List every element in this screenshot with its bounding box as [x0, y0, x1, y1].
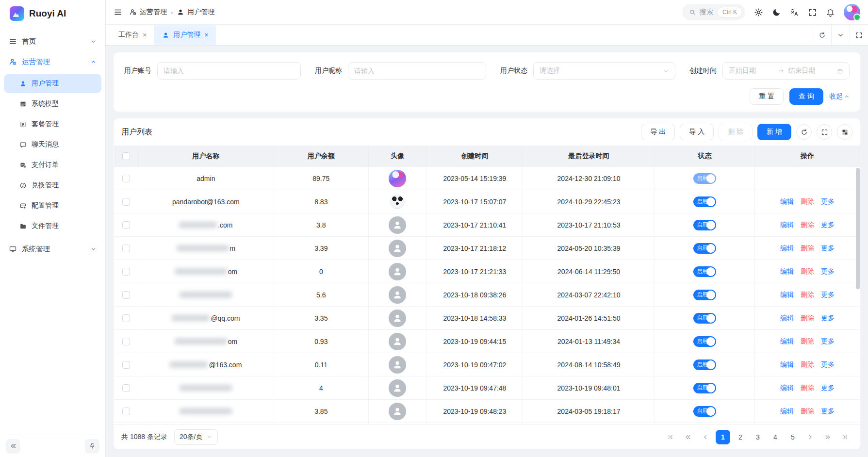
- table-refresh-button[interactable]: [796, 124, 812, 140]
- more-link[interactable]: 更多: [821, 360, 835, 369]
- status-toggle[interactable]: 启用: [693, 383, 716, 393]
- last-page-button[interactable]: [838, 430, 852, 444]
- fullscreen-button[interactable]: [808, 8, 817, 17]
- status-toggle[interactable]: 启用: [693, 406, 716, 417]
- more-link[interactable]: 更多: [821, 267, 835, 276]
- tab-menu-button[interactable]: [831, 25, 850, 45]
- sidebar-item-entry[interactable]: 配置管理: [4, 196, 101, 215]
- page-button-2[interactable]: 2: [733, 430, 748, 444]
- page-button-5[interactable]: 5: [786, 430, 800, 444]
- row-checkbox[interactable]: [122, 408, 130, 415]
- table-fullscreen-button[interactable]: [817, 124, 832, 140]
- column-settings-button[interactable]: [837, 124, 852, 140]
- delete-link[interactable]: 删除: [801, 407, 814, 416]
- table-scrollbar[interactable]: [856, 168, 860, 289]
- delete-link[interactable]: 删除: [801, 337, 814, 346]
- close-icon[interactable]: ×: [143, 31, 147, 39]
- delete-link[interactable]: 删除: [801, 244, 814, 253]
- row-checkbox[interactable]: [122, 221, 130, 229]
- status-toggle[interactable]: 启用: [693, 196, 716, 207]
- select-all-checkbox[interactable]: [122, 152, 130, 160]
- sidebar-item-entry[interactable]: 套餐管理: [4, 114, 101, 134]
- reset-button[interactable]: 重 置: [750, 88, 784, 105]
- sidebar-item-active[interactable]: 用户管理: [4, 74, 101, 93]
- status-toggle[interactable]: 启用: [693, 336, 716, 347]
- sidebar-item-entry[interactable]: 兑换管理: [4, 176, 101, 195]
- edit-link[interactable]: 编辑: [780, 291, 794, 299]
- row-checkbox[interactable]: [122, 245, 130, 252]
- sidebar-item-entry[interactable]: 聊天消息: [4, 135, 101, 154]
- jump-forward-button[interactable]: [820, 430, 835, 444]
- more-link[interactable]: 更多: [821, 244, 835, 253]
- status-toggle[interactable]: 启用: [693, 359, 716, 370]
- row-checkbox[interactable]: [122, 175, 130, 182]
- next-page-button[interactable]: [803, 430, 818, 444]
- edit-link[interactable]: 编辑: [780, 197, 794, 206]
- dark-mode-button[interactable]: [772, 8, 781, 17]
- edit-link[interactable]: 编辑: [780, 267, 794, 276]
- breadcrumb-item-operations[interactable]: 运营管理: [129, 8, 167, 16]
- delete-link[interactable]: 删除: [801, 221, 814, 229]
- sidebar-section[interactable]: 系统管理: [0, 239, 105, 259]
- row-checkbox[interactable]: [122, 268, 130, 276]
- status-toggle[interactable]: 启用: [693, 243, 716, 254]
- collapse-filters-link[interactable]: 收起: [829, 92, 850, 101]
- first-page-button[interactable]: [663, 430, 678, 444]
- global-search[interactable]: 搜索 Ctrl K: [682, 4, 745, 20]
- notifications-button[interactable]: [826, 8, 835, 17]
- more-link[interactable]: 更多: [821, 384, 835, 392]
- app-logo[interactable]: Ruoyi AI: [0, 0, 105, 27]
- row-checkbox[interactable]: [122, 198, 130, 206]
- delete-link[interactable]: 删除: [801, 291, 814, 299]
- more-link[interactable]: 更多: [821, 221, 835, 229]
- sidebar-section[interactable]: 运营管理: [0, 51, 105, 72]
- more-link[interactable]: 更多: [821, 407, 835, 416]
- export-button[interactable]: 导 出: [641, 124, 675, 140]
- more-link[interactable]: 更多: [821, 291, 835, 299]
- jump-back-button[interactable]: [681, 430, 695, 444]
- delete-link[interactable]: 删除: [801, 197, 814, 206]
- prev-page-button[interactable]: [698, 430, 713, 444]
- page-button-1[interactable]: 1: [716, 430, 730, 444]
- tab-refresh-button[interactable]: [813, 25, 831, 45]
- more-link[interactable]: 更多: [821, 337, 835, 346]
- content-fullscreen-button[interactable]: [850, 25, 868, 45]
- sidebar-item-entry[interactable]: 系统模型: [4, 94, 101, 114]
- date-range-picker[interactable]: 开始日期 结束日期: [722, 62, 850, 80]
- menu-toggle-button[interactable]: [114, 8, 122, 16]
- status-toggle[interactable]: 启用: [693, 220, 716, 230]
- sidebar-collapse-button[interactable]: [6, 439, 20, 454]
- tab-user-management[interactable]: 用户管理 ×: [154, 25, 216, 45]
- status-toggle[interactable]: 启用: [693, 173, 716, 184]
- close-icon[interactable]: ×: [204, 31, 208, 39]
- sidebar-item-entry[interactable]: 支付订单: [4, 155, 101, 175]
- row-checkbox[interactable]: [122, 338, 130, 345]
- more-link[interactable]: 更多: [821, 314, 835, 323]
- settings-button[interactable]: [754, 8, 763, 17]
- delete-link[interactable]: 删除: [801, 384, 814, 392]
- language-button[interactable]: [790, 8, 799, 17]
- user-status-select[interactable]: 请选择: [533, 62, 675, 80]
- status-toggle[interactable]: 启用: [693, 290, 716, 300]
- status-toggle[interactable]: 启用: [693, 266, 716, 277]
- tab-workbench[interactable]: 工作台 ×: [111, 25, 154, 45]
- row-checkbox[interactable]: [122, 384, 130, 392]
- edit-link[interactable]: 编辑: [780, 360, 794, 369]
- edit-link[interactable]: 编辑: [780, 337, 794, 346]
- user-avatar[interactable]: [844, 4, 860, 20]
- add-button[interactable]: 新 增: [757, 124, 791, 140]
- page-size-select[interactable]: 20条/页: [174, 429, 218, 445]
- page-button-3[interactable]: 3: [751, 430, 765, 444]
- more-link[interactable]: 更多: [821, 197, 835, 206]
- user-nickname-input[interactable]: [354, 67, 480, 75]
- sidebar-item-entry[interactable]: 文件管理: [4, 216, 101, 236]
- query-button[interactable]: 查 询: [789, 88, 823, 105]
- status-toggle[interactable]: 启用: [693, 313, 716, 324]
- sidebar-pin-button[interactable]: [85, 439, 99, 454]
- edit-link[interactable]: 编辑: [780, 221, 794, 229]
- row-checkbox[interactable]: [122, 291, 130, 299]
- edit-link[interactable]: 编辑: [780, 314, 794, 323]
- breadcrumb-item-users[interactable]: 用户管理: [177, 8, 214, 16]
- edit-link[interactable]: 编辑: [780, 407, 794, 416]
- row-checkbox[interactable]: [122, 361, 130, 369]
